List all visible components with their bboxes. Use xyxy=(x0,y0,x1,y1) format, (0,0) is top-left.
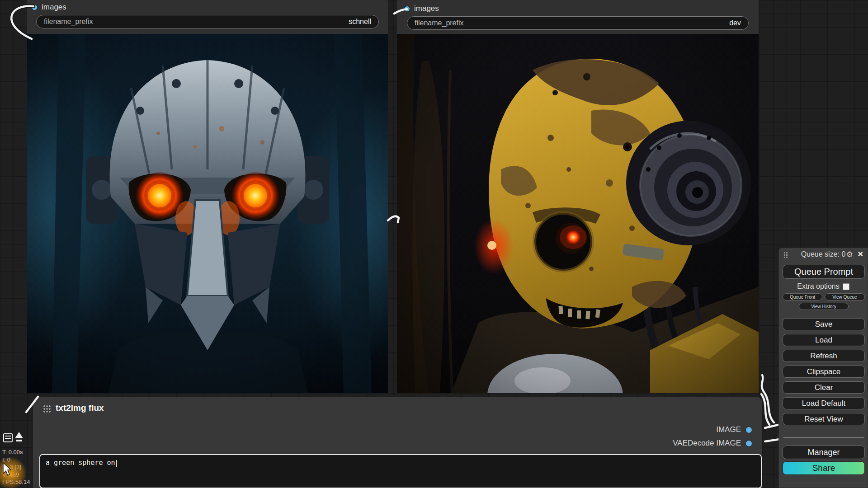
view-history-button[interactable]: View History xyxy=(799,303,849,310)
save-button[interactable]: Save xyxy=(783,318,865,330)
vaedecode-output-connector[interactable] xyxy=(745,440,752,447)
filename-prefix-widget[interactable]: filename_prefix dev xyxy=(407,16,749,30)
preview-image-right xyxy=(397,34,759,393)
widget-name-label: filename_prefix xyxy=(44,18,93,26)
refresh-button[interactable]: Refresh xyxy=(783,350,865,362)
manager-button[interactable]: Manager xyxy=(783,446,865,459)
menu-divider xyxy=(783,437,864,438)
settings-gear-icon[interactable]: ⚙ xyxy=(846,250,853,259)
close-icon[interactable]: ✕ xyxy=(858,250,863,258)
txt2img-flux-node[interactable]: txt2img flux IMAGE VAEDecode IMAGE a gre… xyxy=(33,397,763,488)
node-title: txt2img flux xyxy=(56,403,104,413)
image-output-slot[interactable]: IMAGE xyxy=(716,425,752,434)
robot-skull-blue-art xyxy=(27,34,388,393)
share-button[interactable]: Share xyxy=(783,461,865,475)
filename-prefix-widget[interactable]: filename_prefix schnell xyxy=(36,15,379,28)
view-queue-button[interactable]: View Queue xyxy=(825,293,865,300)
workflow-list-icon[interactable] xyxy=(3,433,13,442)
clear-button[interactable]: Clear xyxy=(783,381,865,394)
images-input-connector[interactable] xyxy=(404,6,410,12)
extra-options-label: Extra options xyxy=(797,282,839,291)
robot-skull-yellow-art xyxy=(397,34,759,393)
reset-view-button[interactable]: Reset View xyxy=(783,413,865,425)
mouse-cursor xyxy=(3,463,13,476)
queue-front-button[interactable]: Queue Front xyxy=(783,293,822,300)
save-image-node-dev[interactable]: images filename_prefix dev xyxy=(397,0,759,393)
prompt-textarea[interactable]: a green sphere on xyxy=(39,454,762,488)
load-button[interactable]: Load xyxy=(783,334,865,346)
image-output-connector[interactable] xyxy=(745,427,752,433)
text-caret xyxy=(116,460,117,467)
images-input-label: images xyxy=(414,4,439,13)
node-drag-handle-icon[interactable] xyxy=(43,405,51,413)
extra-options-checkbox[interactable] xyxy=(843,283,849,290)
clipspace-button[interactable]: Clipspace xyxy=(783,366,865,378)
vaedecode-output-label: VAEDecode IMAGE xyxy=(673,439,741,448)
prompt-text: a green sphere on xyxy=(46,459,115,467)
load-default-button[interactable]: Load Default xyxy=(783,397,865,409)
widget-value: schnell xyxy=(349,18,371,26)
images-input-connector[interactable] xyxy=(32,5,38,10)
images-input-label: images xyxy=(42,3,66,12)
queue-size-label: Queue size: 0 xyxy=(779,250,868,258)
widget-name-label: filename_prefix xyxy=(415,19,464,27)
vaedecode-output-slot[interactable]: VAEDecode IMAGE xyxy=(673,439,752,448)
save-image-node-schnell[interactable]: images filename_prefix schnell xyxy=(27,0,388,393)
txt2img-node-header[interactable]: txt2img flux xyxy=(33,397,762,420)
widget-value: dev xyxy=(729,19,741,27)
comfyui-menu-panel[interactable]: Queue size: 0 ⚙ ✕ Queue Prompt Extra opt… xyxy=(778,248,868,488)
preview-image-left xyxy=(27,34,388,393)
image-output-label: IMAGE xyxy=(716,425,741,434)
menu-header: Queue size: 0 ⚙ ✕ xyxy=(779,250,868,260)
queue-prompt-button[interactable]: Queue Prompt xyxy=(783,265,865,279)
